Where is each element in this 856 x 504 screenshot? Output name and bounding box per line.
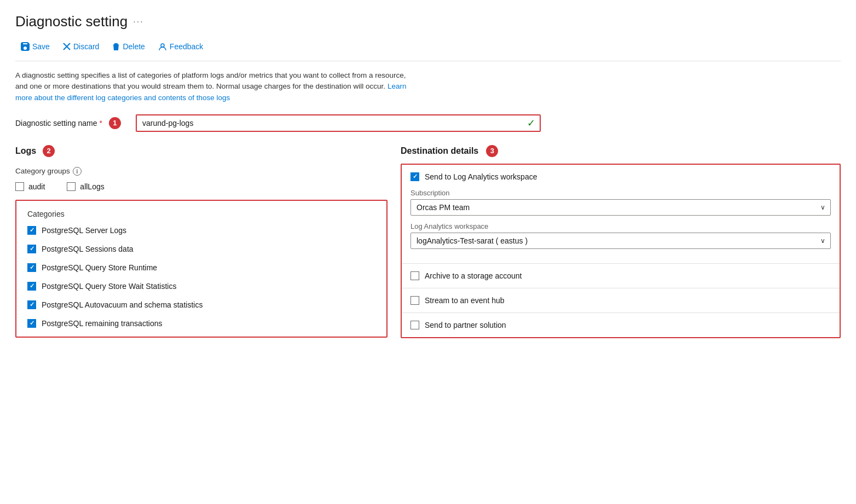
logs-header: Logs 2 [15,145,387,163]
audit-checkbox[interactable] [15,182,24,191]
name-input-wrapper: ✓ [136,114,541,132]
category-groups-label: Category groups [15,167,70,175]
svg-point-0 [161,44,164,47]
alllogs-checkbox-item[interactable]: allLogs [67,182,104,191]
logs-column: Logs 2 Category groups i audit allLogs C… [15,145,387,340]
two-column-layout: Logs 2 Category groups i audit allLogs C… [15,145,841,340]
logs-section-title: Logs 2 [15,145,55,157]
destination-title-row: Destination details 3 [401,145,841,157]
category-checkbox-5[interactable] [27,319,36,328]
category-item-2: PostgreSQL Query Store Runtime [27,263,375,272]
category-checkbox-3[interactable] [27,282,36,291]
save-label: Save [32,42,50,51]
save-button[interactable]: Save [15,39,55,54]
category-checkbox-4[interactable] [27,300,36,309]
alllogs-label: allLogs [80,182,104,191]
subscription-field: Subscription Orcas PM team ∨ [410,189,831,216]
alllogs-checkbox[interactable] [67,182,76,191]
logs-title-text: Logs [15,146,36,156]
log-analytics-header: Send to Log Analytics workspace [410,172,831,181]
page-title-text: Diagnostic setting [15,13,128,30]
category-label-3: PostgreSQL Query Store Wait Statistics [42,282,176,291]
category-label-4: PostgreSQL Autovacuum and schema statist… [42,300,203,309]
log-analytics-workspace-select-wrapper: logAnalytics-Test-sarat ( eastus ) ∨ [410,233,831,249]
name-valid-icon: ✓ [527,117,540,129]
destination-title-text: Destination details [401,146,478,156]
category-checkbox-1[interactable] [27,245,36,253]
description: A diagnostic setting specifies a list of… [15,70,409,103]
discard-button[interactable]: Discard [57,39,105,54]
diagnostic-name-input[interactable] [137,115,527,131]
stream-row: Stream to an event hub [402,288,840,313]
categories-box: Categories PostgreSQL Server Logs Postgr… [15,200,387,338]
log-analytics-row: Send to Log Analytics workspace Subscrip… [402,165,840,264]
category-item-4: PostgreSQL Autovacuum and schema statist… [27,300,375,309]
archive-row: Archive to a storage account [402,264,840,288]
save-icon [21,42,30,51]
step-2-badge: 2 [43,145,55,157]
audit-label: audit [28,182,45,191]
diagnostic-name-label: Diagnostic setting name * 1 [15,117,136,129]
log-analytics-label: Send to Log Analytics workspace [425,172,537,181]
step-3-badge: 3 [486,145,498,157]
destination-box: Send to Log Analytics workspace Subscrip… [401,164,841,338]
stream-checkbox[interactable] [410,296,419,305]
category-checkbox-2[interactable] [27,263,36,272]
subscription-select-wrapper: Orcas PM team ∨ [410,199,831,216]
feedback-label: Feedback [170,42,203,51]
name-label-text: Diagnostic setting name [15,119,97,128]
subscription-label: Subscription [410,189,831,197]
info-icon: i [73,167,82,176]
log-analytics-checkbox[interactable] [410,172,419,181]
category-label-5: PostgreSQL remaining transactions [42,319,162,328]
category-groups-row: Category groups i [15,167,387,176]
step-1-badge: 1 [109,117,121,129]
partner-checkbox[interactable] [410,321,419,329]
page-title: Diagnostic setting ··· [15,13,841,30]
category-group-checkboxes: audit allLogs [15,182,387,191]
discard-icon [63,43,71,50]
category-item-0: PostgreSQL Server Logs [27,226,375,235]
category-item-3: PostgreSQL Query Store Wait Statistics [27,282,375,291]
delete-button[interactable]: Delete [107,39,150,54]
archive-label: Archive to a storage account [425,271,522,280]
subscription-select[interactable]: Orcas PM team [410,199,831,216]
partner-label: Send to partner solution [425,321,506,329]
required-indicator: * [99,119,102,128]
category-label-2: PostgreSQL Query Store Runtime [42,263,157,272]
category-item-1: PostgreSQL Sessions data [27,245,375,253]
log-analytics-workspace-select[interactable]: logAnalytics-Test-sarat ( eastus ) [410,233,831,249]
category-label-0: PostgreSQL Server Logs [42,226,126,235]
log-analytics-workspace-field: Log Analytics workspace logAnalytics-Tes… [410,222,831,249]
category-label-1: PostgreSQL Sessions data [42,245,134,253]
discard-label: Discard [73,42,99,51]
log-analytics-workspace-label: Log Analytics workspace [410,222,831,230]
diagnostic-name-row: Diagnostic setting name * 1 ✓ [15,114,841,132]
audit-checkbox-item[interactable]: audit [15,182,45,191]
categories-title: Categories [27,210,375,218]
partner-row: Send to partner solution [402,313,840,337]
feedback-button[interactable]: Feedback [153,39,209,54]
category-item-5: PostgreSQL remaining transactions [27,319,375,328]
description-text: A diagnostic setting specifies a list of… [15,71,406,90]
destination-column: Destination details 3 Send to Log Analyt… [401,145,841,338]
toolbar: Save Discard Delete Feedback [15,39,841,61]
feedback-icon [158,42,167,51]
archive-checkbox[interactable] [410,271,419,280]
category-checkbox-0[interactable] [27,226,36,235]
delete-icon [112,42,120,51]
page-title-ellipsis: ··· [133,17,143,27]
stream-label: Stream to an event hub [425,296,505,305]
delete-label: Delete [123,42,144,51]
